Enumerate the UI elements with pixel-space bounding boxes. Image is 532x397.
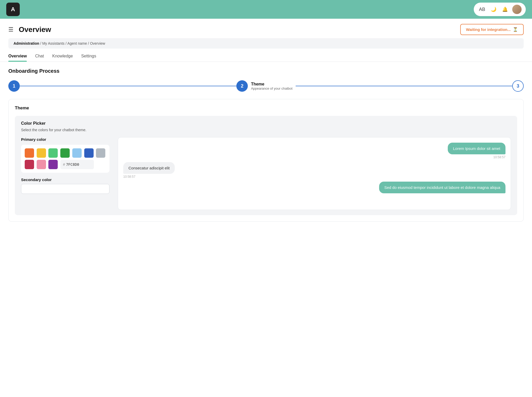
color-picker-desc: Select the colors for your chatbot theme…: [21, 128, 511, 132]
stepper: 1 2 Theme Appearance of your chatbot 3: [8, 80, 524, 92]
secondary-color-input[interactable]: [21, 184, 109, 194]
step-line-1: [20, 86, 236, 86]
tab-chat[interactable]: Chat: [35, 54, 44, 62]
breadcrumb-overview[interactable]: Overview: [90, 41, 105, 45]
color-swatches-grid: # 7FC8D0: [21, 145, 109, 173]
breadcrumb-agent-name[interactable]: Agent name: [67, 41, 87, 45]
logo-text: A: [11, 6, 15, 13]
dark-mode-icon[interactable]: 🌙: [489, 5, 498, 14]
color-picker-section: Color Picker Select the colors for your …: [15, 116, 517, 215]
topbar-controls: AB 🌙 🔔: [474, 3, 526, 16]
step-1-circle[interactable]: 1: [8, 80, 20, 92]
swatch-orange[interactable]: [25, 148, 34, 158]
swatches-col: Primary color: [21, 137, 109, 210]
onboarding-title: Onboarding Process: [8, 68, 524, 74]
swatch-gray[interactable]: [96, 148, 105, 158]
swatch-green[interactable]: [60, 148, 70, 158]
avatar[interactable]: [512, 5, 522, 14]
breadcrumb-sep3: /: [88, 41, 90, 45]
theme-card-title: Theme: [15, 105, 517, 111]
chat-msg-1: Lorem Ipsum dolor sit amet: [448, 143, 505, 154]
hex-value: 7FC8D0: [66, 162, 79, 167]
breadcrumb-my-assistants[interactable]: My Assistants: [42, 41, 64, 45]
step-line-2: [296, 86, 512, 86]
breadcrumb-admin[interactable]: Administration: [14, 41, 39, 45]
waiting-label: Waiting for integration...: [466, 27, 511, 32]
chat-preview: Lorem Ipsum dolor sit amet 10:58:57 Cons…: [118, 137, 511, 210]
header-left: ☰ Overview: [8, 25, 51, 34]
tabs-bar: Overview Chat Knowledge Settings: [0, 49, 532, 62]
notifications-icon[interactable]: 🔔: [501, 5, 509, 14]
swatch-red[interactable]: [25, 160, 34, 169]
color-picker-title: Color Picker: [21, 121, 511, 126]
hex-input-row[interactable]: # 7FC8D0: [60, 160, 94, 169]
hamburger-menu[interactable]: ☰: [8, 26, 14, 33]
step-2-group: 2 Theme Appearance of your chatbot: [236, 80, 296, 92]
chat-msg-2-container: Consecatur adiscipit elit 10:58:57: [123, 162, 505, 178]
primary-color-label: Primary color: [21, 137, 109, 142]
swatch-purple[interactable]: [48, 160, 58, 169]
tab-knowledge[interactable]: Knowledge: [52, 54, 73, 62]
tab-settings[interactable]: Settings: [81, 54, 96, 62]
waiting-integration-button[interactable]: Waiting for integration... ⏳: [460, 24, 524, 35]
swatch-mint[interactable]: [48, 148, 58, 158]
swatch-pink[interactable]: [37, 160, 46, 169]
chat-msg-3: Sed do eiusmod tempor incididunt ut labo…: [379, 182, 505, 193]
color-picker-columns: Primary color: [21, 137, 511, 210]
hourglass-icon: ⏳: [513, 27, 518, 32]
step-2-title: Theme: [251, 82, 293, 87]
step-3-circle[interactable]: 3: [512, 80, 524, 92]
breadcrumb-sep2: /: [66, 41, 67, 45]
chat-time-2: 10:58:57: [123, 175, 505, 178]
swatch-light-blue[interactable]: [72, 148, 82, 158]
swatch-blue[interactable]: [84, 148, 94, 158]
theme-card: Theme Color Picker Select the colors for…: [8, 99, 524, 222]
main-content: ☰ Overview Waiting for integration... ⏳ …: [0, 19, 532, 397]
chat-preview-col: Lorem Ipsum dolor sit amet 10:58:57 Cons…: [118, 137, 511, 210]
chat-time-1: 10:58:57: [493, 155, 505, 159]
page-title: Overview: [19, 25, 51, 34]
chat-msg-3-container: Sed do eiusmod tempor incididunt ut labo…: [123, 182, 505, 193]
breadcrumb: Administration / My Assistants / Agent n…: [8, 38, 524, 49]
translation-icon[interactable]: AB: [478, 5, 486, 14]
step-2-subtitle: Appearance of your chatbot: [251, 87, 293, 90]
swatch-yellow[interactable]: [37, 148, 46, 158]
step-2-info: Theme Appearance of your chatbot: [251, 82, 293, 90]
content-area: Onboarding Process 1 2 Theme Appearance …: [0, 62, 532, 228]
tab-overview[interactable]: Overview: [8, 54, 27, 62]
secondary-color-label: Secondary color: [21, 177, 109, 182]
header-row: ☰ Overview Waiting for integration... ⏳: [0, 19, 532, 38]
chat-msg-2: Consecatur adiscipit elit: [123, 162, 175, 174]
hex-hash: #: [63, 162, 65, 167]
chat-msg-1-container: Lorem Ipsum dolor sit amet 10:58:57: [123, 143, 505, 159]
topbar: A AB 🌙 🔔: [0, 0, 532, 19]
step-2-circle[interactable]: 2: [236, 80, 248, 92]
app-logo[interactable]: A: [6, 3, 20, 16]
